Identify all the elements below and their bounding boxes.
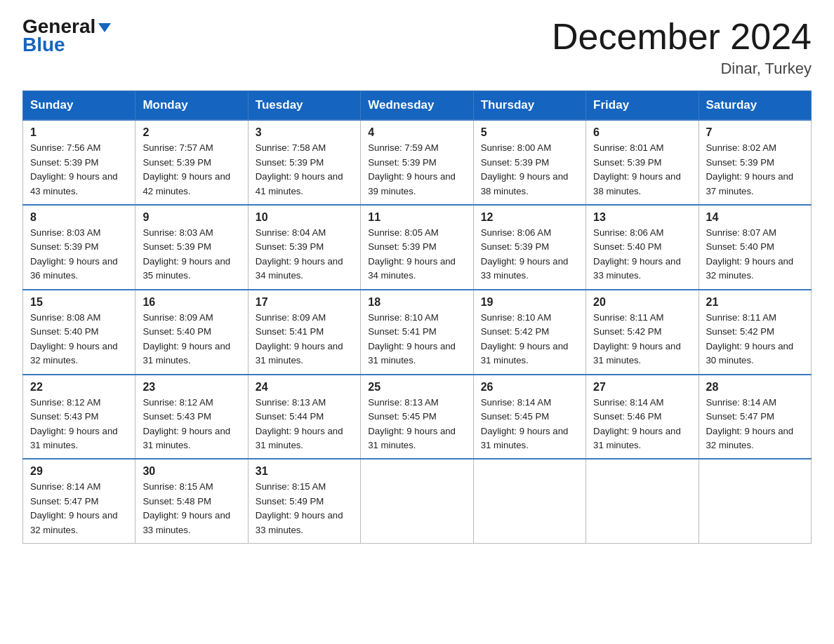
calendar-cell: 2Sunrise: 7:57 AMSunset: 5:39 PMDaylight…: [135, 120, 248, 205]
day-info: Sunrise: 8:12 AMSunset: 5:43 PMDaylight:…: [143, 396, 240, 453]
day-number: 6: [593, 126, 691, 139]
col-header-friday: Friday: [586, 91, 699, 121]
day-info: Sunrise: 8:04 AMSunset: 5:39 PMDaylight:…: [256, 226, 353, 283]
col-header-saturday: Saturday: [699, 91, 811, 121]
day-number: 28: [706, 381, 804, 394]
day-info: Sunrise: 7:59 AMSunset: 5:39 PMDaylight:…: [368, 141, 465, 199]
day-number: 15: [30, 296, 128, 309]
day-info: Sunrise: 8:13 AMSunset: 5:45 PMDaylight:…: [368, 396, 465, 453]
calendar-table: SundayMondayTuesdayWednesdayThursdayFrid…: [22, 90, 812, 544]
day-info: Sunrise: 7:56 AMSunset: 5:39 PMDaylight:…: [30, 141, 128, 199]
calendar-cell: 19Sunrise: 8:10 AMSunset: 5:42 PMDayligh…: [473, 290, 585, 375]
calendar-cell: 25Sunrise: 8:13 AMSunset: 5:45 PMDayligh…: [361, 375, 473, 459]
logo-blue: Blue: [22, 34, 65, 56]
day-number: 12: [481, 211, 578, 224]
day-info: Sunrise: 8:15 AMSunset: 5:48 PMDaylight:…: [143, 480, 240, 537]
day-number: 13: [593, 211, 691, 224]
day-number: 14: [706, 211, 804, 224]
day-info: Sunrise: 8:01 AMSunset: 5:39 PMDaylight:…: [593, 141, 691, 199]
calendar-header-row: SundayMondayTuesdayWednesdayThursdayFrid…: [23, 91, 812, 121]
calendar-cell: 29Sunrise: 8:14 AMSunset: 5:47 PMDayligh…: [23, 459, 135, 543]
day-number: 11: [368, 211, 465, 224]
day-info: Sunrise: 8:03 AMSunset: 5:39 PMDaylight:…: [30, 226, 128, 283]
day-number: 17: [256, 296, 353, 309]
day-info: Sunrise: 7:57 AMSunset: 5:39 PMDaylight:…: [143, 141, 240, 199]
day-info: Sunrise: 8:06 AMSunset: 5:40 PMDaylight:…: [593, 226, 691, 283]
calendar-cell: 17Sunrise: 8:09 AMSunset: 5:41 PMDayligh…: [248, 290, 360, 375]
col-header-sunday: Sunday: [23, 91, 135, 121]
day-info: Sunrise: 8:03 AMSunset: 5:39 PMDaylight:…: [143, 226, 240, 283]
day-info: Sunrise: 8:12 AMSunset: 5:43 PMDaylight:…: [30, 396, 128, 453]
day-number: 23: [143, 381, 240, 394]
col-header-tuesday: Tuesday: [248, 91, 360, 121]
calendar-cell: 5Sunrise: 8:00 AMSunset: 5:39 PMDaylight…: [473, 120, 585, 205]
day-info: Sunrise: 8:05 AMSunset: 5:39 PMDaylight:…: [368, 226, 465, 283]
day-number: 19: [481, 296, 578, 309]
calendar-cell: 31Sunrise: 8:15 AMSunset: 5:49 PMDayligh…: [248, 459, 360, 543]
day-number: 25: [368, 381, 465, 394]
calendar-cell: 1Sunrise: 7:56 AMSunset: 5:39 PMDaylight…: [23, 120, 135, 205]
calendar-cell: 24Sunrise: 8:13 AMSunset: 5:44 PMDayligh…: [248, 375, 360, 459]
calendar-cell: 20Sunrise: 8:11 AMSunset: 5:42 PMDayligh…: [586, 290, 699, 375]
day-number: 10: [256, 211, 353, 224]
day-info: Sunrise: 8:00 AMSunset: 5:39 PMDaylight:…: [481, 141, 578, 199]
week-row-3: 15Sunrise: 8:08 AMSunset: 5:40 PMDayligh…: [23, 290, 812, 375]
calendar-cell: 16Sunrise: 8:09 AMSunset: 5:40 PMDayligh…: [135, 290, 248, 375]
col-header-monday: Monday: [135, 91, 248, 121]
calendar-cell: 6Sunrise: 8:01 AMSunset: 5:39 PMDaylight…: [586, 120, 699, 205]
calendar-cell: 4Sunrise: 7:59 AMSunset: 5:39 PMDaylight…: [361, 120, 473, 205]
day-number: 5: [481, 126, 578, 139]
day-number: 24: [256, 381, 353, 394]
title-block: December 2024 Dinar, Turkey: [552, 17, 812, 78]
week-row-4: 22Sunrise: 8:12 AMSunset: 5:43 PMDayligh…: [23, 375, 812, 459]
col-header-wednesday: Wednesday: [361, 91, 473, 121]
day-info: Sunrise: 8:11 AMSunset: 5:42 PMDaylight:…: [593, 311, 691, 368]
day-number: 8: [30, 211, 128, 224]
calendar-cell: 28Sunrise: 8:14 AMSunset: 5:47 PMDayligh…: [699, 375, 811, 459]
calendar-cell: 10Sunrise: 8:04 AMSunset: 5:39 PMDayligh…: [248, 205, 360, 290]
logo: General Blue: [22, 17, 111, 56]
calendar-cell: 18Sunrise: 8:10 AMSunset: 5:41 PMDayligh…: [361, 290, 473, 375]
calendar-cell: [361, 459, 473, 543]
day-number: 2: [143, 126, 240, 139]
calendar-cell: [473, 459, 585, 543]
calendar-cell: 14Sunrise: 8:07 AMSunset: 5:40 PMDayligh…: [699, 205, 811, 290]
calendar-cell: 11Sunrise: 8:05 AMSunset: 5:39 PMDayligh…: [361, 205, 473, 290]
calendar-cell: 3Sunrise: 7:58 AMSunset: 5:39 PMDaylight…: [248, 120, 360, 205]
day-number: 1: [30, 126, 128, 139]
day-info: Sunrise: 8:14 AMSunset: 5:47 PMDaylight:…: [706, 396, 804, 453]
calendar-cell: 9Sunrise: 8:03 AMSunset: 5:39 PMDaylight…: [135, 205, 248, 290]
day-info: Sunrise: 7:58 AMSunset: 5:39 PMDaylight:…: [256, 141, 353, 199]
day-number: 22: [30, 381, 128, 394]
day-info: Sunrise: 8:15 AMSunset: 5:49 PMDaylight:…: [256, 480, 353, 537]
col-header-thursday: Thursday: [473, 91, 585, 121]
day-number: 20: [593, 296, 691, 309]
calendar-cell: 26Sunrise: 8:14 AMSunset: 5:45 PMDayligh…: [473, 375, 585, 459]
page-subtitle: Dinar, Turkey: [552, 60, 812, 78]
day-info: Sunrise: 8:14 AMSunset: 5:46 PMDaylight:…: [593, 396, 691, 453]
week-row-2: 8Sunrise: 8:03 AMSunset: 5:39 PMDaylight…: [23, 205, 812, 290]
calendar-cell: 22Sunrise: 8:12 AMSunset: 5:43 PMDayligh…: [23, 375, 135, 459]
calendar-cell: 7Sunrise: 8:02 AMSunset: 5:39 PMDaylight…: [699, 120, 811, 205]
day-number: 27: [593, 381, 691, 394]
calendar-cell: [586, 459, 699, 543]
day-number: 29: [30, 465, 128, 478]
calendar-cell: 8Sunrise: 8:03 AMSunset: 5:39 PMDaylight…: [23, 205, 135, 290]
day-number: 9: [143, 211, 240, 224]
day-info: Sunrise: 8:11 AMSunset: 5:42 PMDaylight:…: [706, 311, 804, 368]
day-number: 18: [368, 296, 465, 309]
day-info: Sunrise: 8:07 AMSunset: 5:40 PMDaylight:…: [706, 226, 804, 283]
week-row-1: 1Sunrise: 7:56 AMSunset: 5:39 PMDaylight…: [23, 120, 812, 205]
day-info: Sunrise: 8:08 AMSunset: 5:40 PMDaylight:…: [30, 311, 128, 368]
calendar-cell: 30Sunrise: 8:15 AMSunset: 5:48 PMDayligh…: [135, 459, 248, 543]
calendar-cell: 15Sunrise: 8:08 AMSunset: 5:40 PMDayligh…: [23, 290, 135, 375]
page-title: December 2024: [552, 17, 812, 57]
day-info: Sunrise: 8:09 AMSunset: 5:40 PMDaylight:…: [143, 311, 240, 368]
day-number: 3: [256, 126, 353, 139]
calendar-cell: 27Sunrise: 8:14 AMSunset: 5:46 PMDayligh…: [586, 375, 699, 459]
day-info: Sunrise: 8:10 AMSunset: 5:42 PMDaylight:…: [481, 311, 578, 368]
day-info: Sunrise: 8:09 AMSunset: 5:41 PMDaylight:…: [256, 311, 353, 368]
day-info: Sunrise: 8:13 AMSunset: 5:44 PMDaylight:…: [256, 396, 353, 453]
day-info: Sunrise: 8:10 AMSunset: 5:41 PMDaylight:…: [368, 311, 465, 368]
calendar-cell: 12Sunrise: 8:06 AMSunset: 5:39 PMDayligh…: [473, 205, 585, 290]
